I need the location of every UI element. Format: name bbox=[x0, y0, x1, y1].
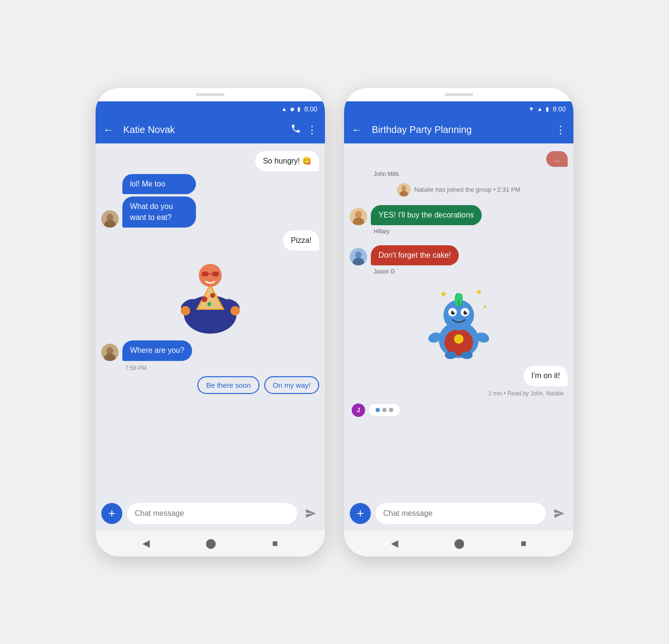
phone-top-bar-1 bbox=[96, 88, 325, 101]
typing-avatar: J bbox=[352, 404, 365, 417]
chat-area-1: So hungry! 😋 lol! Me too bbox=[96, 143, 325, 499]
back-nav-icon-2[interactable]: ◀ bbox=[391, 537, 398, 549]
message-row: Don't forget the cake! bbox=[350, 245, 568, 265]
svg-point-16 bbox=[230, 306, 240, 316]
message-row: I'm on it! bbox=[350, 366, 568, 386]
svg-point-21 bbox=[401, 186, 406, 191]
natalie-avatar-small bbox=[397, 183, 410, 196]
recent-nav-icon-2[interactable]: ■ bbox=[520, 538, 526, 549]
chat-title-1: Katie Novak bbox=[123, 124, 285, 135]
avatar-katie-2 bbox=[101, 344, 119, 361]
nav-bar-1: ◀ ⬤ ■ bbox=[96, 530, 325, 557]
join-notice-text: Natalie has joined the group • 2:31 PM bbox=[414, 186, 520, 193]
nav-bar-2: ◀ ⬤ ■ bbox=[344, 530, 573, 557]
message-bubble-hillary: YES! I'll buy the decorations bbox=[371, 205, 482, 225]
back-button-1[interactable]: ← bbox=[103, 124, 114, 136]
message-bubble: Where are you? bbox=[122, 340, 192, 360]
svg-point-48 bbox=[465, 311, 467, 313]
more-button-2[interactable]: ⋮ bbox=[555, 124, 566, 136]
message-row: lol! Me too What do you want to eat? bbox=[101, 174, 319, 228]
quick-reply-on-my-way[interactable]: On my way! bbox=[264, 376, 319, 394]
pizza-sticker bbox=[177, 257, 244, 334]
hillary-name: Hillary bbox=[374, 228, 568, 235]
avatar-jason bbox=[350, 248, 367, 265]
battery-icon-1: ▮ bbox=[297, 106, 301, 112]
svg-point-34 bbox=[454, 334, 464, 344]
svg-rect-13 bbox=[212, 272, 219, 276]
message-row: Pizza! bbox=[101, 230, 319, 251]
back-button-2[interactable]: ← bbox=[352, 124, 362, 136]
svg-rect-12 bbox=[202, 272, 208, 276]
recent-nav-icon-1[interactable]: ■ bbox=[272, 538, 278, 549]
toolbar-1: ← Katie Novak ⋮ bbox=[96, 117, 325, 143]
message-bubble: Pizza! bbox=[283, 230, 319, 251]
chat-message-input-1[interactable] bbox=[127, 503, 297, 524]
svg-text:★: ★ bbox=[475, 288, 482, 296]
message-bubble-sent: I'm on it! bbox=[524, 366, 568, 386]
typing-indicators: J bbox=[352, 404, 568, 417]
svg-point-47 bbox=[453, 311, 455, 313]
add-button-1[interactable]: + bbox=[101, 503, 122, 524]
svg-point-10 bbox=[207, 302, 211, 306]
chat-input-area-2: + bbox=[344, 499, 573, 530]
speaker-2 bbox=[444, 93, 473, 96]
toolbar-2: ← Birthday Party Planning ⋮ bbox=[344, 117, 573, 143]
allo-sticker-area: ★ ★ ✦ bbox=[350, 283, 568, 359]
add-button-2[interactable]: + bbox=[350, 503, 371, 524]
more-button-1[interactable]: ⋮ bbox=[307, 124, 317, 136]
battery-icon-2: ▮ bbox=[546, 106, 549, 112]
spacer bbox=[350, 239, 568, 242]
svg-point-15 bbox=[181, 306, 190, 316]
status-icons-2: ▼ ▲ ▮ bbox=[529, 106, 549, 112]
svg-point-24 bbox=[355, 211, 362, 218]
wifi-icon-2: ▼ bbox=[529, 106, 534, 112]
message-bubble: lol! Me too bbox=[122, 174, 196, 194]
allo-sticker: ★ ★ ✦ bbox=[423, 283, 495, 359]
chat-message-input-2[interactable] bbox=[376, 503, 546, 524]
chat-area-2: ... John Mills Natalie has joined the gr… bbox=[344, 143, 573, 499]
wifi-icon-1: ◆ bbox=[290, 106, 294, 112]
phone-1: ▲ ◆ ▮ 8:00 ← Katie Novak ⋮ So hungry! 😋 bbox=[96, 88, 325, 557]
back-nav-icon-1[interactable]: ◀ bbox=[142, 537, 150, 549]
avatar-katie bbox=[101, 210, 119, 228]
jason-name: Jason G bbox=[374, 268, 568, 275]
svg-point-27 bbox=[355, 251, 362, 258]
quick-replies: Be there soon On my way! bbox=[101, 376, 319, 394]
chat-input-area-1: + bbox=[96, 499, 325, 530]
status-icons-1: ▲ ◆ ▮ bbox=[281, 106, 301, 112]
read-receipt: 1 min • Read by John, Natalie bbox=[350, 390, 564, 397]
svg-text:✦: ✦ bbox=[483, 304, 487, 310]
typing-dot-3 bbox=[389, 408, 393, 412]
message-row: YES! I'll buy the decorations bbox=[350, 205, 568, 225]
pizza-sticker-area bbox=[101, 257, 319, 334]
message-row: Where are you? bbox=[101, 340, 319, 360]
typing-dot-2 bbox=[382, 408, 387, 412]
typing-bubble bbox=[369, 404, 400, 416]
phones-container: ▲ ◆ ▮ 8:00 ← Katie Novak ⋮ So hungry! 😋 bbox=[96, 88, 573, 557]
home-nav-icon-1[interactable]: ⬤ bbox=[205, 537, 216, 549]
home-nav-icon-2[interactable]: ⬤ bbox=[454, 537, 464, 549]
send-button-2[interactable] bbox=[550, 505, 568, 522]
phone-top-bar-2 bbox=[344, 88, 573, 101]
status-bar-2: ▼ ▲ ▮ 8:00 bbox=[344, 101, 573, 117]
phone-2: ▼ ▲ ▮ 8:00 ← Birthday Party Planning ⋮ .… bbox=[344, 88, 573, 557]
send-button-1[interactable] bbox=[302, 505, 319, 522]
svg-point-9 bbox=[210, 293, 215, 298]
signal-icon-1: ▲ bbox=[281, 106, 287, 112]
svg-rect-42 bbox=[458, 301, 460, 306]
avatar-hillary bbox=[350, 208, 367, 225]
status-time-1: 8:00 bbox=[304, 105, 317, 113]
call-button-1[interactable] bbox=[291, 123, 301, 137]
join-notice: Natalie has joined the group • 2:31 PM bbox=[350, 183, 568, 196]
svg-point-8 bbox=[202, 296, 207, 302]
typing-dot-1 bbox=[376, 408, 380, 412]
quick-reply-be-there[interactable]: Be there soon bbox=[197, 376, 259, 394]
message-row: So hungry! 😋 bbox=[101, 151, 319, 171]
svg-point-38 bbox=[461, 351, 473, 359]
message-bubble: What do you want to eat? bbox=[122, 196, 196, 228]
partial-bubble: ... bbox=[546, 151, 568, 167]
svg-point-37 bbox=[445, 351, 456, 359]
svg-text:★: ★ bbox=[440, 289, 447, 299]
message-timestamp: 7:58 PM bbox=[125, 365, 319, 371]
message-bubble: So hungry! 😋 bbox=[255, 151, 319, 171]
